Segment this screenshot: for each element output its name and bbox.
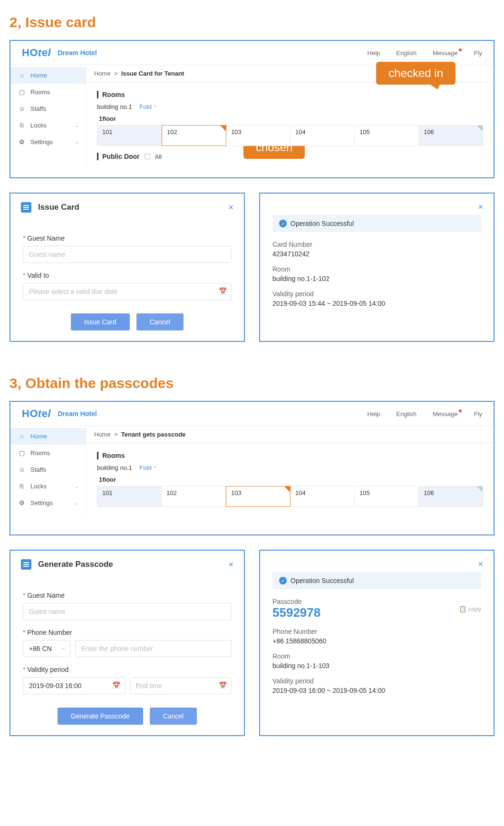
- rooms-heading: Rooms: [97, 91, 483, 98]
- cancel-button[interactable]: Cancel: [136, 313, 184, 330]
- room-cell-106[interactable]: 106: [419, 125, 483, 146]
- cancel-button[interactable]: Cancel: [150, 708, 197, 725]
- logo-icon: HOtel: [22, 47, 51, 59]
- room-cell-105[interactable]: 105: [355, 486, 419, 507]
- phone-label: Phone Number: [23, 629, 232, 636]
- copy-button[interactable]: 📋 copy: [459, 605, 481, 612]
- issue-card-result: × ✓ Operation Successful Card Number 423…: [259, 193, 494, 342]
- room-label: Room: [272, 652, 481, 660]
- room-cell-104[interactable]: 104: [291, 125, 355, 146]
- end-time-input[interactable]: [130, 677, 232, 694]
- room-label: Room: [272, 265, 481, 273]
- valid-to-input[interactable]: [23, 283, 232, 300]
- nav-help[interactable]: Help: [368, 49, 380, 57]
- breadcrumb-root[interactable]: Home: [94, 70, 111, 77]
- nav-language[interactable]: English: [396, 49, 417, 57]
- sidebar-item-label: Rooms: [30, 88, 50, 96]
- guest-name-input[interactable]: [23, 246, 232, 263]
- phone-input[interactable]: [75, 640, 232, 657]
- success-alert: ✓ Operation Successful: [272, 215, 481, 232]
- passcode-label: Passcode: [272, 598, 481, 605]
- nav-user[interactable]: Fly: [474, 410, 482, 418]
- settings-icon: ⚙: [18, 499, 26, 506]
- breadcrumb-root[interactable]: Home: [94, 431, 111, 438]
- nav-message[interactable]: Message: [433, 49, 458, 57]
- passcode-result: × ✓ Operation Successful Passcode 559297…: [259, 550, 494, 736]
- sidebar-item-rooms[interactable]: ▢Rooms: [10, 84, 86, 100]
- checkbox-all[interactable]: [145, 154, 150, 159]
- sidebar-item-locks[interactable]: ⎘Locks⌄: [10, 117, 86, 134]
- room-value: building no.1-1-102: [272, 275, 481, 282]
- close-icon[interactable]: ×: [228, 560, 233, 570]
- sidebar-item-staffs[interactable]: ☺Staffs: [10, 461, 86, 478]
- room-value: building no.1-1-103: [272, 662, 481, 670]
- rooms-icon: ▢: [18, 449, 26, 457]
- guest-name-input[interactable]: [23, 603, 232, 620]
- validity-label: Validity period: [272, 290, 481, 298]
- room-cell-103[interactable]: 103: [226, 486, 291, 507]
- validity-label: Validity period: [23, 666, 232, 673]
- calendar-icon: 📅: [112, 681, 120, 689]
- nav-language[interactable]: English: [396, 410, 417, 418]
- callout-checked-in: checked in: [376, 62, 456, 85]
- sidebar-item-label: Settings: [30, 499, 53, 506]
- fold-toggle[interactable]: Fold ⌃: [139, 103, 157, 110]
- room-cell-105[interactable]: 105: [355, 125, 419, 146]
- close-icon[interactable]: ×: [478, 202, 483, 212]
- sidebar-item-locks[interactable]: ⎘Locks⌄: [10, 478, 86, 495]
- sidebar-item-label: Settings: [30, 138, 53, 146]
- room-grid: 101 102 103 104 105 106: [97, 486, 483, 507]
- fold-toggle[interactable]: Fold ⌃: [139, 464, 157, 471]
- logo-icon: HOtel: [22, 408, 51, 420]
- validity-value: 2019-09-03 15:44 ~ 2019-09-05 14:00: [272, 300, 481, 307]
- nav-message[interactable]: Message: [433, 410, 458, 418]
- room-cell-106[interactable]: 106: [419, 486, 483, 507]
- room-cell-103[interactable]: 103: [226, 125, 291, 146]
- sidebar-item-label: Staffs: [30, 466, 46, 473]
- room-cell-104[interactable]: 104: [291, 486, 355, 507]
- sidebar-item-staffs[interactable]: ☺Staffs: [10, 100, 86, 117]
- room-grid: 101 102 103 104 105 106: [97, 125, 483, 146]
- floor-label: 1floor: [99, 476, 483, 483]
- validity-value: 2019-09-03 16:00 ~ 2019-09-05 14:00: [272, 687, 481, 694]
- sidebar-item-settings[interactable]: ⚙Settings⌄: [10, 134, 86, 150]
- close-icon[interactable]: ×: [478, 559, 483, 569]
- sidebar-item-home[interactable]: ⌂Home: [10, 428, 86, 445]
- section-title-3: 3, Obtain the passcodes: [0, 361, 504, 401]
- staffs-icon: ☺: [18, 466, 26, 473]
- check-icon: ✓: [279, 220, 287, 227]
- country-select[interactable]: +86 CN: [23, 640, 70, 657]
- sidebar-item-label: Home: [30, 433, 47, 440]
- success-text: Operation Successful: [291, 577, 354, 584]
- dialog-title: Generate Passcode: [38, 560, 113, 569]
- sidebar-item-settings[interactable]: ⚙Settings⌄: [10, 495, 86, 511]
- generate-passcode-dialog: Generate Passcode × Guest Name Phone Num…: [10, 550, 245, 736]
- all-label: All: [155, 153, 162, 160]
- locks-icon: ⎘: [18, 122, 26, 129]
- generate-passcode-button[interactable]: Generate Passcode: [58, 708, 143, 725]
- sidebar-item-label: Rooms: [30, 449, 50, 457]
- card-number-label: Card Number: [272, 241, 481, 248]
- room-cell-102[interactable]: 102: [162, 486, 226, 507]
- document-icon: [21, 559, 31, 570]
- card-number-value: 4234710242: [272, 250, 481, 258]
- check-icon: ✓: [279, 577, 287, 584]
- calendar-icon: 📅: [219, 287, 227, 295]
- room-cell-102[interactable]: 102: [162, 125, 226, 146]
- nav-help[interactable]: Help: [368, 410, 380, 418]
- issue-card-button[interactable]: Issue Card: [71, 313, 130, 330]
- start-time-input[interactable]: [23, 677, 125, 694]
- home-icon: ⌂: [18, 72, 26, 79]
- nav-user[interactable]: Fly: [474, 49, 482, 57]
- building-name: building no.1: [97, 464, 132, 471]
- passcode-value: 5592978: [272, 605, 320, 620]
- close-icon[interactable]: ×: [228, 203, 233, 213]
- settings-icon: ⚙: [18, 138, 26, 146]
- validity-label: Validity period: [272, 677, 481, 685]
- room-cell-101[interactable]: 101: [97, 125, 162, 146]
- sidebar-item-home[interactable]: ⌂Home: [10, 67, 86, 84]
- topbar: HOtel Dream Hotel Help English Message F…: [10, 402, 494, 426]
- sidebar-item-label: Locks: [30, 122, 47, 129]
- room-cell-101[interactable]: 101: [97, 486, 162, 507]
- sidebar-item-rooms[interactable]: ▢Rooms: [10, 445, 86, 461]
